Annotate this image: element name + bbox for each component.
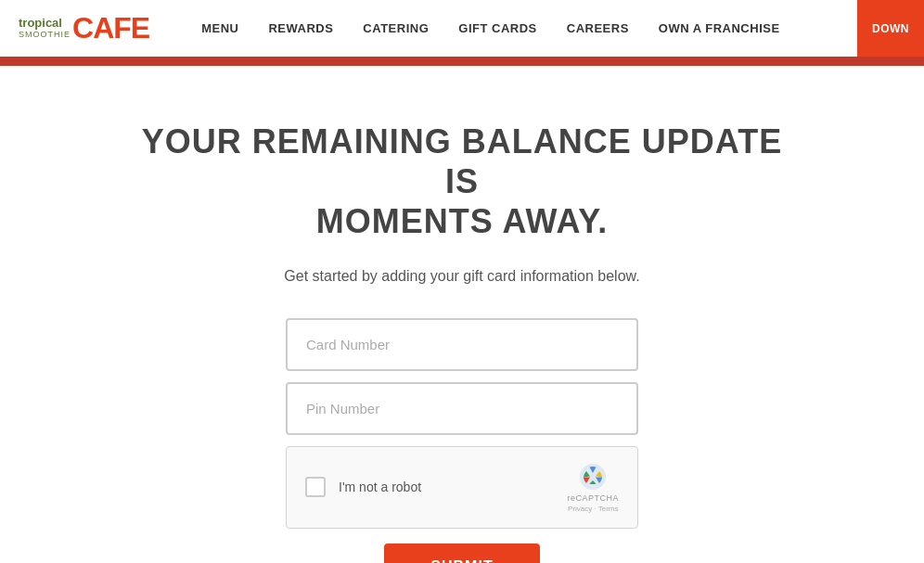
nav-catering[interactable]: CATERING [348,21,443,35]
logo[interactable]: tropical SMOOTHIE CAFE [19,11,149,45]
page-headline: YOUR REMAINING BALANCE UPDATE IS MOMENTS… [137,122,787,242]
gift-card-form: I'm not a robot reCAPTCHA Privacy · Term… [286,318,638,563]
captcha-checkbox[interactable] [305,477,326,497]
site-header: tropical SMOOTHIE CAFE MENU REWARDS CATE… [0,0,924,60]
submit-button[interactable]: SUBMIT [384,544,539,563]
nav-careers[interactable]: CAREERS [552,21,644,35]
captcha-privacy: Privacy · Terms [568,505,619,513]
nav-gift-cards[interactable]: GIFT CARDS [443,21,551,35]
logo-tropical: tropical [19,17,71,30]
captcha-label: I'm not a robot [339,480,421,494]
pin-number-input[interactable] [286,382,638,435]
recaptcha-logo-icon [578,462,608,492]
captcha-left: I'm not a robot [305,477,421,497]
captcha-right: reCAPTCHA Privacy · Terms [567,462,619,513]
headline-line1: YOUR REMAINING BALANCE UPDATE IS [142,122,782,200]
logo-smoothie: SMOOTHIE [19,31,71,40]
nav-menu[interactable]: MENU [186,21,253,35]
nav-rewards[interactable]: REWARDS [253,21,348,35]
main-content: YOUR REMAINING BALANCE UPDATE IS MOMENTS… [0,66,924,563]
headline-line2: MOMENTS AWAY. [316,202,608,240]
card-number-input[interactable] [286,318,638,371]
nav-right-label: DOWN [872,22,909,35]
nav-right[interactable]: DOWN [857,0,924,57]
nav-franchise[interactable]: OWN A FRANCHISE [644,21,795,35]
main-nav: MENU REWARDS CATERING GIFT CARDS CAREERS… [186,21,794,35]
logo-cafe: CAFE [72,11,149,45]
recaptcha-widget[interactable]: I'm not a robot reCAPTCHA Privacy · Term… [286,446,638,529]
page-subtitle: Get started by adding your gift card inf… [284,268,639,285]
recaptcha-label: reCAPTCHA [567,493,619,503]
